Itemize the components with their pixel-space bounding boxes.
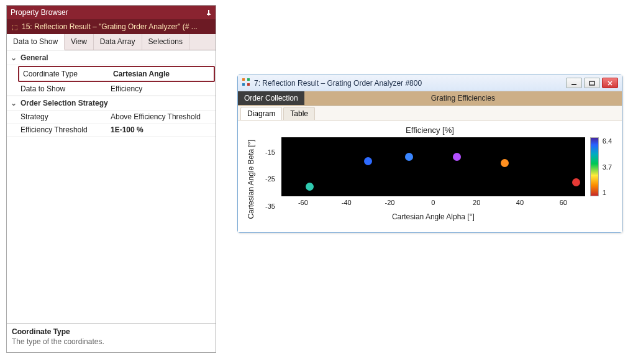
y-tick: -25 [265,175,275,183]
result-toolbar: Order Collection Grating Efficiencies [238,91,622,106]
x-tick: 40 [498,199,542,206]
pin-icon[interactable] [206,9,212,16]
app-icon [242,78,250,88]
chevron-down-icon[interactable]: ⌄ [11,99,17,107]
colorbar-mid: 3.7 [603,163,612,171]
x-tick: -40 [325,199,368,206]
x-axis-label: Cartesian Angle Alpha [°] [281,212,585,221]
tab-data-to-show[interactable]: Data to Show [7,34,65,50]
chart-area: Efficiency [%] Cartesian Angle Beta [°] … [238,121,622,232]
property-tabs: Data to Show View Data Array Selections [7,34,216,50]
group-general[interactable]: ⌄ General [7,50,216,65]
description-body: The type of the coordinates. [12,337,211,346]
svg-rect-2 [247,78,250,81]
group-order-selection[interactable]: ⌄ Order Selection Strategy [7,96,216,111]
close-button[interactable] [602,78,618,88]
label-coordinate-type: Coordinate Type [23,70,113,78]
tab-data-array[interactable]: Data Array [94,34,142,50]
x-tick: -60 [281,199,325,206]
data-point[interactable] [501,159,509,167]
svg-rect-0 [209,14,209,16]
y-axis-label: Cartesian Angle Beta [°] [247,140,255,219]
y-axis-ticks: -15-25-35 [260,137,276,221]
value-data-to-show[interactable]: Efficiency [111,84,212,93]
colorbar-labels: 6.4 3.7 1 [601,137,613,196]
x-tick: 60 [542,199,585,206]
label-strategy: Strategy [20,112,111,121]
data-point[interactable] [306,183,314,191]
label-data-to-show: Data to Show [20,84,111,93]
property-browser-context[interactable]: ⬚ 15: Reflection Result – "Grating Order… [7,19,216,34]
minimize-button[interactable] [566,78,582,88]
value-strategy[interactable]: Above Efficiency Threshold [111,112,212,121]
description-title: Coordinate Type [12,327,211,336]
tab-diagram[interactable]: Diagram [240,107,282,120]
label-threshold: Efficiency Threshold [20,125,111,134]
x-tick: 0 [411,199,455,206]
tab-view[interactable]: View [65,34,94,50]
data-point[interactable] [453,153,461,161]
result-window: 7: Reflection Result – Grating Order Ana… [237,75,622,233]
y-tick: -35 [265,202,275,210]
context-label: 15: Reflection Result – "Grating Order A… [22,22,198,31]
property-browser-title: Property Browser [11,8,68,17]
row-threshold[interactable]: Efficiency Threshold 1E-100 % [7,124,216,137]
highlight-coordinate-type: Coordinate Type Cartesian Angle [18,66,215,82]
tab-selections[interactable]: Selections [142,34,189,50]
property-browser-titlebar[interactable]: Property Browser [7,6,216,19]
window-titlebar[interactable]: 7: Reflection Result – Grating Order Ana… [238,75,622,91]
description-pane: Coordinate Type The type of the coordina… [7,323,216,352]
toolbar-grating-efficiencies[interactable]: Grating Efficiencies [304,91,622,105]
data-point[interactable] [405,153,413,161]
result-inner-tabs: Diagram Table [238,106,622,121]
colorbar-min: 1 [603,189,612,196]
svg-rect-5 [572,84,576,85]
chart-body: Cartesian Angle Beta [°] -15-25-35 -60-4… [247,137,613,221]
colorbar [590,137,599,196]
toolbar-order-collection[interactable]: Order Collection [238,91,304,105]
svg-rect-4 [247,83,250,86]
row-data-to-show[interactable]: Data to Show Efficiency [7,83,216,96]
window-title: 7: Reflection Result – Grating Order Ana… [254,79,562,88]
svg-rect-6 [590,81,594,85]
svg-rect-3 [242,83,245,86]
x-tick: 20 [455,199,498,206]
scatter-plot[interactable] [281,137,585,196]
value-threshold[interactable]: 1E-100 % [111,125,212,134]
property-grid: ⌄ General Coordinate Type Cartesian Angl… [7,50,216,323]
chart-title: Efficiency [%] [247,125,613,135]
colorbar-column: 6.4 3.7 1 [590,137,613,221]
x-tick: -20 [368,199,412,206]
data-point[interactable] [572,178,580,186]
group-order-selection-label: Order Selection Strategy [20,99,108,107]
property-browser-panel: Property Browser ⬚ 15: Reflection Result… [6,5,216,353]
maximize-button[interactable] [584,78,600,88]
y-tick: -15 [265,148,275,156]
group-general-label: General [20,53,48,62]
chevron-down-icon[interactable]: ⌄ [11,53,17,62]
row-strategy[interactable]: Strategy Above Efficiency Threshold [7,111,216,124]
row-coordinate-type[interactable]: Coordinate Type Cartesian Angle [20,68,212,80]
colorbar-max: 6.4 [603,137,612,145]
tree-icon: ⬚ [11,23,18,30]
value-coordinate-type[interactable]: Cartesian Angle [113,70,209,78]
x-axis-ticks: -60-40-200204060 [281,199,585,206]
svg-rect-1 [242,78,245,81]
ylabel-wrap: Cartesian Angle Beta [°] [247,137,255,221]
window-buttons [566,78,618,88]
data-point[interactable] [364,157,372,165]
tab-table[interactable]: Table [283,107,315,120]
